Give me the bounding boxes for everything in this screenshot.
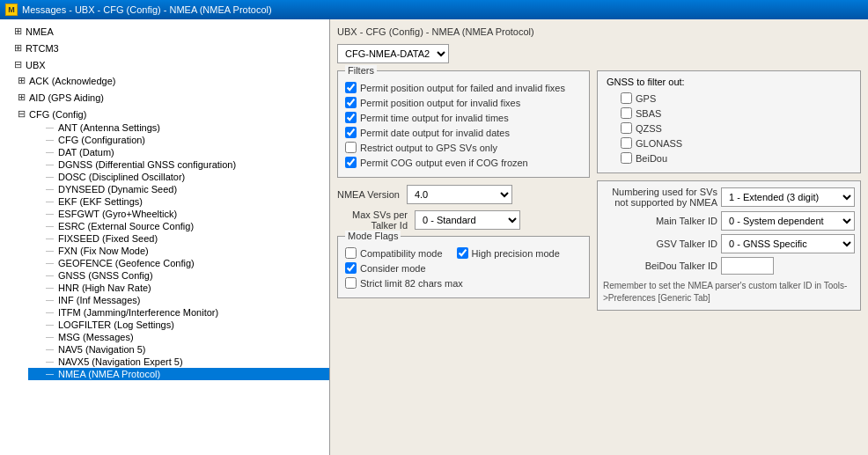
main-container: NMEA RTCM3 UBX ACK (Acknowledge): [0, 19, 868, 455]
numbering-select[interactable]: 1 - Extended (3 digit): [721, 187, 855, 207]
tree-leaf-navx5[interactable]: NAVX5 (Navigation Expert 5): [28, 356, 329, 368]
filter-cb5-checkbox[interactable]: [345, 142, 357, 153]
cfg-label: CFG (Config): [29, 109, 86, 120]
right-column: GNSS to filter out: GPS SBAS QZSS: [597, 70, 861, 311]
window-title: Messages - UBX - CFG (Config) - NMEA (NM…: [22, 4, 272, 15]
tree-leaf-fixseed[interactable]: FIXSEED (Fixed Seed): [28, 232, 329, 245]
mf2-label: High precision mode: [472, 248, 560, 259]
gf1-checkbox[interactable]: [621, 92, 632, 104]
note-text: Remember to set the NMEA parser's custom…: [603, 280, 855, 305]
mf4-checkbox[interactable]: [345, 277, 357, 289]
gf3-row: QZSS: [621, 121, 851, 136]
tree-leaf-dosc[interactable]: DOSC (Disciplined Oscillator): [28, 171, 329, 183]
filter-cb2-checkbox[interactable]: [345, 97, 357, 108]
app-icon: M: [5, 4, 18, 16]
filter-cb5-label: Restrict output to GPS SVs only: [360, 143, 497, 153]
cfg-dropdown-container: CFG-NMEA-DATA2: [337, 44, 861, 63]
tree-leaf-inf[interactable]: INF (Inf Messages): [28, 294, 329, 306]
nmea-label: NMEA: [26, 26, 54, 37]
mf4-label: Strict limit 82 chars max: [360, 278, 463, 289]
tree-item-ack[interactable]: ACK (Acknowledge): [14, 72, 329, 89]
tree-leaf-hnr[interactable]: HNR (High Nav Rate): [28, 282, 329, 294]
tree-root-rtcm3[interactable]: RTCM3: [0, 40, 329, 55]
cfg-dropdown-select[interactable]: CFG-NMEA-DATA2: [337, 44, 449, 63]
rtcm3-label: RTCM3: [26, 43, 59, 54]
filter-cb3-row: Permit time output for invalid times: [345, 110, 582, 125]
filter-cb3-checkbox[interactable]: [345, 112, 357, 123]
property-table: Numbering used for SVs not supported by …: [597, 180, 861, 311]
tree-item-aid[interactable]: AID (GPS Aiding): [14, 89, 329, 106]
tree-root-ack[interactable]: ACK (Acknowledge): [14, 73, 329, 88]
cfg-children: ANT (Antenna Settings) CFG (Configuratio…: [14, 121, 329, 380]
gnss-filter-group: GNSS to filter out: GPS SBAS QZSS: [597, 70, 861, 173]
main-talker-row: Main Talker ID 0 - System dependent: [603, 211, 855, 231]
tree-item-rtcm3[interactable]: RTCM3: [0, 40, 329, 56]
tree-leaf-esrc[interactable]: ESRC (External Source Config): [28, 220, 329, 232]
numbering-label1: Numbering used for SVs: [603, 187, 717, 197]
gsv-talker-select[interactable]: 0 - GNSS Specific: [721, 234, 855, 253]
tree-root-ubx[interactable]: UBX: [0, 57, 329, 72]
gf4-checkbox[interactable]: [621, 137, 632, 149]
beidou-talker-input[interactable]: [721, 257, 774, 275]
tree-leaf-msg[interactable]: MSG (Messages): [28, 331, 329, 343]
tree-item-cfg[interactable]: CFG (Config) ANT (Antenna Settings) CFG …: [14, 106, 329, 381]
tree-leaf-cfg-cfg[interactable]: CFG (Configuration): [28, 134, 329, 146]
tree-root-aid[interactable]: AID (GPS Aiding): [14, 90, 329, 105]
gsv-talker-label: GSV Talker ID: [603, 239, 717, 249]
tree-leaf-dgnss[interactable]: DGNSS (Differential GNSS configuration): [28, 158, 329, 171]
max-svs-select[interactable]: 0 - Standard: [415, 210, 520, 230]
tree-leaf-geofence[interactable]: GEOFENCE (Geofence Config): [28, 257, 329, 269]
filter-cb6-checkbox[interactable]: [345, 157, 357, 168]
tree-leaf-nav5[interactable]: NAV5 (Navigation 5): [28, 343, 329, 356]
tree-leaf-gnss[interactable]: GNSS (GNSS Config): [28, 269, 329, 282]
filter-cb4-checkbox[interactable]: [345, 127, 357, 138]
filter-cb5-row: Restrict output to GPS SVs only: [345, 140, 582, 155]
tree-leaf-dynseed[interactable]: DYNSEED (Dynamic Seed): [28, 183, 329, 195]
gf3-checkbox[interactable]: [621, 122, 632, 134]
gf4-label: GLONASS: [636, 138, 682, 149]
tree-item-ubx[interactable]: UBX ACK (Acknowledge) AID (GPS Aiding): [0, 56, 329, 382]
numbering-label2: not supported by NMEA: [603, 197, 717, 208]
left-panel: NMEA RTCM3 UBX ACK (Acknowledge): [0, 19, 330, 455]
tree-leaf-nmea-cfg[interactable]: NMEA (NMEA Protocol): [28, 368, 329, 380]
tree-leaf-fxn[interactable]: FXN (Fix Now Mode): [28, 245, 329, 257]
mf3-label: Consider mode: [360, 263, 426, 274]
filter-cb2-label: Permit position output for invalid fixes: [360, 98, 520, 108]
gf5-checkbox[interactable]: [621, 152, 632, 164]
aid-label: AID (GPS Aiding): [29, 92, 104, 103]
numbering-row: Numbering used for SVs not supported by …: [603, 187, 855, 208]
main-talker-select[interactable]: 0 - System dependent: [721, 211, 855, 231]
beidou-talker-row: BeiDou Talker ID: [603, 257, 855, 275]
filters-group-content: Permit position output for failed and in…: [345, 80, 582, 170]
filter-cb2-row: Permit position output for invalid fixes: [345, 95, 582, 110]
beidou-talker-label: BeiDou Talker ID: [603, 261, 717, 271]
tree-root-cfg[interactable]: CFG (Config): [14, 106, 329, 121]
tree-leaf-dat[interactable]: DAT (Datum): [28, 146, 329, 158]
mode-flags-row1: Compatibility mode High precision mode: [345, 246, 582, 261]
mf2-checkbox[interactable]: [457, 247, 468, 259]
ubx-children: ACK (Acknowledge) AID (GPS Aiding) CFG (…: [0, 72, 329, 381]
gsv-talker-row: GSV Talker ID 0 - GNSS Specific: [603, 234, 855, 253]
nmea-version-select[interactable]: 4.0: [407, 185, 512, 204]
tree-leaf-esfgwt[interactable]: ESFGWT (Gyro+Wheeltick): [28, 208, 329, 220]
main-talker-label: Main Talker ID: [603, 216, 717, 226]
gf1-label: GPS: [636, 93, 656, 104]
mf3-checkbox[interactable]: [345, 262, 357, 274]
tree-leaf-itfm[interactable]: ITFM (Jamming/Interference Monitor): [28, 306, 329, 319]
tree-view[interactable]: NMEA RTCM3 UBX ACK (Acknowledge): [0, 23, 329, 451]
tree-leaf-logfilter[interactable]: LOGFILTER (Log Settings): [28, 319, 329, 331]
tree-leaf-ekf[interactable]: EKF (EKF Settings): [28, 195, 329, 208]
right-content: Filters Permit position output for faile…: [337, 70, 861, 311]
tree-item-nmea[interactable]: NMEA: [0, 23, 329, 40]
mf1-checkbox[interactable]: [345, 247, 357, 259]
tree-leaf-ant[interactable]: ANT (Antenna Settings): [28, 121, 329, 134]
filter-cb1-label: Permit position output for failed and in…: [360, 83, 565, 93]
gf2-checkbox[interactable]: [621, 107, 632, 119]
right-panel: UBX - CFG (Config) - NMEA (NMEA Protocol…: [330, 19, 868, 455]
filter-cb4-label: Permit date output for invalid dates: [360, 128, 510, 138]
gf5-label: BeiDou: [636, 153, 667, 164]
tree-root-nmea[interactable]: NMEA: [0, 24, 329, 39]
gf2-row: SBAS: [621, 106, 851, 121]
filter-cb1-checkbox[interactable]: [345, 82, 357, 93]
ubx-label: UBX: [26, 60, 46, 70]
